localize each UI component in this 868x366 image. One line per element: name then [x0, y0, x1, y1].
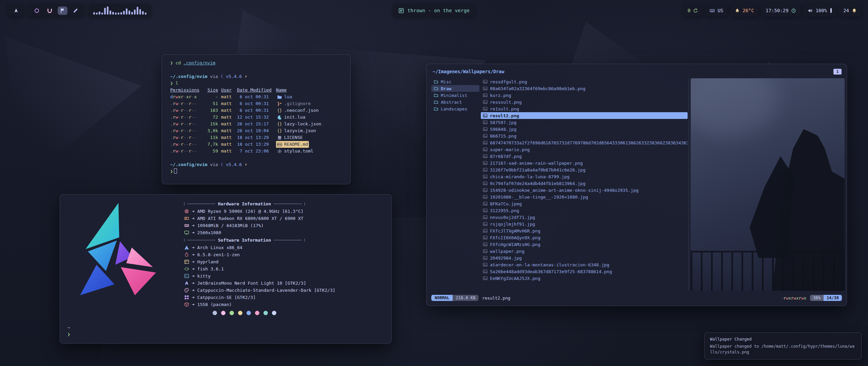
file-row[interactable]: 3126f7e9bbf21a8a4af0b67b041c6e26.jpg: [481, 166, 688, 173]
preview-vignette: [691, 78, 845, 291]
file-row[interactable]: chica-mirando-la-luna-8799.jpg: [481, 173, 688, 180]
music-widget[interactable]: thrown - on the verge: [393, 4, 475, 17]
folder-row[interactable]: Draw: [431, 85, 479, 92]
text-cursor[interactable]: [174, 168, 177, 174]
notifications-module[interactable]: 24: [839, 4, 861, 17]
volume-level-bar: [830, 8, 832, 13]
folder-row[interactable]: Misc: [431, 78, 479, 85]
keyboard-module[interactable]: US: [705, 4, 728, 17]
software-info-row: ➜ Hyprland: [184, 258, 386, 265]
file-row[interactable]: ressdfgult.png: [481, 78, 688, 85]
file-name: wallpaper.png: [490, 249, 525, 254]
image-icon: [483, 242, 488, 247]
file-row[interactable]: re1sult.png: [481, 105, 688, 112]
file-listing-row: .rw-r--r-- 3,0k matt 26 oct 10:04 lazyvi…: [170, 127, 342, 134]
file-name: 68747470733a2f2f696d616765732d7769786d70…: [490, 140, 688, 145]
file-name: ressdfgult.png: [490, 79, 527, 84]
folder-row[interactable]: Minimalist: [431, 92, 479, 99]
info-value: fish 3.6.1: [197, 265, 224, 272]
visualizer-bar: [104, 8, 106, 15]
file-name: 3126f7e9bbf21a8a4af0b67b041c6e26.jpg: [490, 167, 586, 172]
notification-popup[interactable]: Wallpaper Changed Wallpaper changed to /…: [704, 332, 862, 360]
volume-value: 100%: [815, 8, 827, 13]
software-section-title: Software Information: [184, 237, 305, 244]
file-listing-row: .rw-r--r-- 11k matt 18 oct 13:29 LICENSE: [170, 134, 342, 141]
hardware-info-row: ➜ 868x366: [184, 229, 386, 236]
file-owner: matt: [221, 107, 234, 114]
file-row[interactable]: 3122955.png: [481, 207, 688, 214]
file-row[interactable]: 217167-sad-anime-rain-wallpaper.png: [481, 160, 688, 166]
file-row[interactable]: wallpaper.png: [481, 248, 688, 255]
file-owner: matt: [221, 141, 234, 148]
status-filename: result2.png: [482, 296, 510, 301]
file-size: 183: [203, 107, 218, 114]
file-row[interactable]: 154928-odinokoe_anime-art-anime-okno-sin…: [481, 187, 688, 194]
temperature-value: 26°C: [743, 8, 754, 13]
file-row[interactable]: nnvuv0xj2df71.jpg: [481, 214, 688, 221]
file-row[interactable]: atardecer-en-la-montanas-ilustracion-634…: [481, 261, 688, 268]
file-permissions: -rwxrwxrwx: [781, 296, 806, 301]
date-modified: 18 oct 13:29: [237, 134, 273, 141]
file-row[interactable]: result2.png: [481, 112, 688, 119]
file-row[interactable]: EeNKYgIUcAAJ5JX.png: [481, 275, 688, 282]
file-row[interactable]: 5a266e448add93deab367d87173e9f25-6837886…: [481, 268, 688, 275]
tab-badge[interactable]: 1: [833, 69, 842, 75]
info-value: JetBrainsMono Nerd Font Light 10 [GTK2/3…: [197, 280, 306, 287]
palette-dot: [263, 311, 268, 315]
file-row[interactable]: 866715.png: [481, 133, 688, 139]
file-row[interactable]: FXfcJlTXgAMvH6R.png: [481, 227, 688, 234]
file-size: -: [203, 94, 218, 100]
arrow-glyph: ➜: [192, 272, 195, 280]
file-row[interactable]: kurz.png: [481, 92, 688, 99]
file-row[interactable]: rsjqojlmjhf91.jpg: [481, 221, 688, 227]
keyboard-icon: [710, 8, 715, 13]
image-preview: [691, 78, 845, 291]
file-row[interactable]: super-mario.png: [481, 146, 688, 153]
file-position-badge: 14/38: [824, 295, 842, 301]
top-bar-right: 0 US 26°C 17:50:29 100% 24: [683, 4, 861, 17]
software-info-row: ➜ Catppuccin-SE [GTK2/3]: [184, 294, 386, 301]
file-row[interactable]: 587597.jpg: [481, 119, 688, 126]
workspace-button[interactable]: [58, 6, 67, 15]
file-row[interactable]: FXfcHgcWIAMzs0G.png: [481, 241, 688, 248]
file-row[interactable]: 08a634fa02a32364f69ebc86a98eb1eb.png: [481, 85, 688, 92]
workspace-button[interactable]: [45, 6, 55, 15]
file-row[interactable]: resssult.png: [481, 99, 688, 105]
arrow-glyph: ➜: [192, 215, 195, 222]
updates-module[interactable]: 0: [683, 4, 703, 17]
file-row[interactable]: 87r687df.png: [481, 153, 688, 160]
folder-row[interactable]: Landscapes: [431, 105, 479, 112]
folder-row[interactable]: Abstract: [431, 99, 479, 105]
workspace-button[interactable]: [32, 6, 42, 15]
software-info-row: ➜ Arch Linux x86_64: [184, 244, 386, 251]
file-row[interactable]: 596848.jpg: [481, 126, 688, 133]
shell-prompt[interactable]: ~ ❯: [67, 324, 70, 338]
file-row[interactable]: FXfcII0X0AQyn9X.png: [481, 234, 688, 241]
launcher-button[interactable]: [8, 4, 24, 17]
prompt-symbol: ❯: [170, 60, 173, 65]
palette-dot: [213, 311, 217, 315]
file-row[interactable]: 19201080-__blue-tinge__-1920×1080.jpg: [481, 194, 688, 200]
git-icon: [277, 101, 282, 106]
book-icon: [277, 135, 282, 140]
file-list-pane: ressdfgult.png 08a634fa02a32364f69ebc86a…: [481, 78, 688, 283]
status-bar: NORMAL 218.8 KB result2.png -rwxrwxrwx 3…: [431, 294, 842, 302]
file-row[interactable]: 20492984.jpg: [481, 255, 688, 261]
lightning-icon: ⚡: [244, 74, 247, 79]
folder-icon: [434, 106, 438, 111]
temperature-module[interactable]: 26°C: [730, 4, 758, 17]
file-name: 596848.jpg: [490, 127, 516, 132]
clock-module[interactable]: 17:50:29: [761, 4, 801, 17]
active-prompt[interactable]: ❯: [170, 168, 342, 175]
file-row[interactable]: 68747470733a2f2f696d616765732d7769786d70…: [481, 139, 688, 146]
file-row[interactable]: 0c794faf07de24a4db4d4fb1eb813964.jpg: [481, 180, 688, 187]
workspace-button[interactable]: [71, 6, 80, 15]
term-icon: [184, 273, 189, 279]
file-name: 217167-sad-anime-rain-wallpaper.png: [490, 161, 583, 166]
file-name: 20492984.jpg: [490, 256, 522, 261]
font-icon: [184, 281, 189, 286]
image-icon: [483, 174, 488, 179]
hardware-info-row: ➜ 10948MiB / 64183MiB (17%): [184, 222, 386, 229]
file-row[interactable]: 8FKa7Cu.jpeg: [481, 200, 688, 207]
volume-module[interactable]: 100%: [803, 4, 836, 17]
